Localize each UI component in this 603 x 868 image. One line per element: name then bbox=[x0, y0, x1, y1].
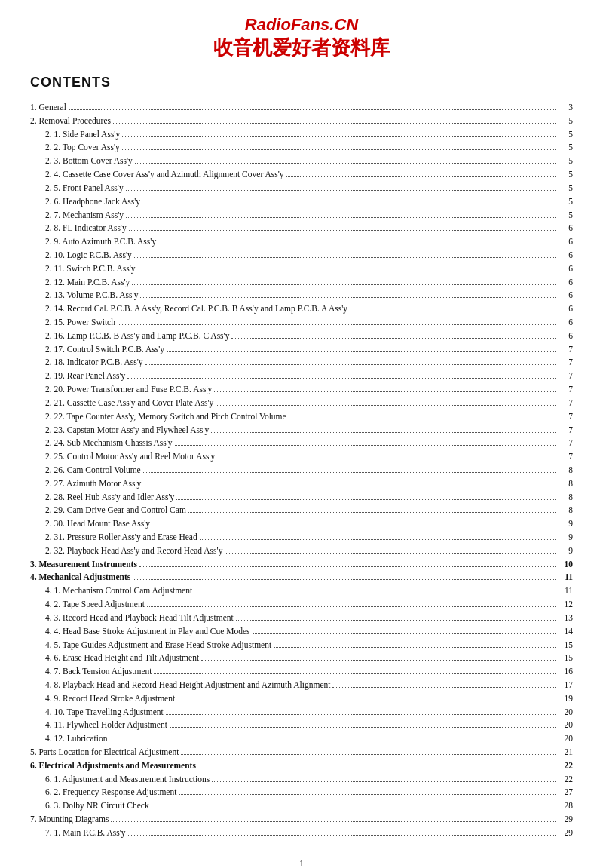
toc-page: 17 bbox=[558, 679, 573, 692]
toc-label: 4. 11. Flywheel Holder Adjustment bbox=[30, 719, 167, 732]
toc-row: 4. 11. Flywheel Holder Adjustment20 bbox=[30, 719, 573, 732]
toc-page: 28 bbox=[558, 799, 573, 813]
toc-dots bbox=[286, 176, 556, 177]
toc-page: 9 bbox=[558, 531, 573, 544]
page-header: RadioFans.CN 收音机爱好者资料库 bbox=[30, 15, 573, 61]
toc-row: 2. 24. Sub Mechanism Chassis Ass'y7 bbox=[30, 437, 573, 450]
toc-label: 2. 27. Azimuth Motor Ass'y bbox=[30, 477, 141, 491]
toc-dots bbox=[350, 311, 556, 311]
toc-page: 12 bbox=[558, 598, 573, 612]
toc-row: 4. 6. Erase Head Height and Tilt Adjustm… bbox=[30, 652, 573, 665]
toc-dots bbox=[139, 566, 556, 567]
toc-label: 2. 18. Indicator P.C.B. Ass'y bbox=[30, 356, 143, 370]
toc-label: 2. 7. Mechanism Ass'y bbox=[30, 209, 124, 222]
toc-label: 4. 7. Back Tension Adjustment bbox=[30, 665, 152, 679]
toc-label: 6. 3. Dolby NR Circuit Check bbox=[30, 799, 149, 813]
toc-row: 2. 4. Cassette Case Cover Ass'y and Azim… bbox=[30, 168, 573, 182]
toc-label: 6. 1. Adjustment and Measurement Instruc… bbox=[30, 773, 210, 787]
toc-row: 2. 29. Cam Drive Gear and Control Cam8 bbox=[30, 504, 573, 517]
toc-dots bbox=[216, 405, 556, 406]
toc-row: 2. 14. Record Cal. P.C.B. A Ass'y, Recor… bbox=[30, 302, 573, 316]
toc-dots bbox=[166, 714, 556, 715]
toc-label: 6. Electrical Adjustments and Measuremen… bbox=[30, 759, 196, 773]
toc-page: 6 bbox=[558, 276, 573, 290]
toc-page: 6 bbox=[558, 302, 573, 316]
toc-row: 4. 5. Tape Guides Adjustment and Erase H… bbox=[30, 639, 573, 652]
toc-row: 2. 18. Indicator P.C.B. Ass'y7 bbox=[30, 356, 573, 370]
toc-label: 2. 30. Head Mount Base Ass'y bbox=[30, 517, 150, 531]
toc-label: 2. 19. Rear Panel Ass'y bbox=[30, 370, 125, 383]
toc-page: 5 bbox=[558, 168, 573, 182]
toc-label: 2. 14. Record Cal. P.C.B. A Ass'y, Recor… bbox=[30, 302, 347, 316]
toc-dots bbox=[170, 727, 556, 728]
toc-row: 2. 19. Rear Panel Ass'y7 bbox=[30, 370, 573, 383]
toc-row: 6. 2. Frequency Response Adjustment27 bbox=[30, 786, 573, 799]
toc-row: 2. 28. Reel Hub Ass'y and Idler Ass'y8 bbox=[30, 491, 573, 505]
toc-dots bbox=[154, 673, 556, 674]
toc-page: 7 bbox=[558, 343, 573, 357]
toc-page: 9 bbox=[558, 544, 573, 558]
table-of-contents: 1. General32. Removal Procedures52. 1. S… bbox=[30, 101, 573, 840]
toc-page: 7 bbox=[558, 410, 573, 424]
toc-row: 2. 9. Auto Azimuth P.C.B. Ass'y6 bbox=[30, 235, 573, 249]
toc-page: 15 bbox=[558, 639, 573, 652]
toc-label: 2. 15. Power Switch bbox=[30, 316, 115, 330]
toc-dots bbox=[201, 660, 556, 661]
toc-page: 5 bbox=[558, 209, 573, 222]
toc-page: 19 bbox=[558, 692, 573, 706]
toc-row: 3. Measurement Instruments10 bbox=[30, 558, 573, 572]
toc-page: 21 bbox=[558, 746, 573, 759]
toc-page: 6 bbox=[558, 222, 573, 235]
toc-label: 2. 10. Logic P.C.B. Ass'y bbox=[30, 249, 132, 262]
toc-row: 2. 16. Lamp P.C.B. B Ass'y and Lamp P.C.… bbox=[30, 330, 573, 343]
toc-row: 4. 1. Mechanism Control Cam Adjustment11 bbox=[30, 584, 573, 598]
toc-dots bbox=[274, 647, 556, 648]
toc-page: 8 bbox=[558, 504, 573, 517]
toc-label: 4. 12. Lubrication bbox=[30, 732, 107, 746]
toc-dots bbox=[212, 781, 556, 782]
toc-row: 2. 23. Capstan Motor Ass'y and Flywheel … bbox=[30, 424, 573, 437]
toc-page: 5 bbox=[558, 141, 573, 155]
toc-dots bbox=[145, 364, 556, 365]
toc-dots bbox=[167, 351, 556, 352]
toc-row: 2. 3. Bottom Cover Ass'y5 bbox=[30, 155, 573, 168]
toc-dots bbox=[140, 297, 556, 298]
toc-page: 5 bbox=[558, 182, 573, 195]
toc-row: 2. Removal Procedures5 bbox=[30, 115, 573, 128]
toc-page: 20 bbox=[558, 719, 573, 732]
toc-page: 20 bbox=[558, 732, 573, 746]
toc-label: 2. 16. Lamp P.C.B. B Ass'y and Lamp P.C.… bbox=[30, 330, 229, 343]
toc-label: 2. 26. Cam Control Volume bbox=[30, 464, 141, 477]
toc-label: 2. 22. Tape Counter Ass'y, Memory Switch… bbox=[30, 410, 286, 424]
toc-label: 2. 25. Control Motor Ass'y and Reel Moto… bbox=[30, 450, 215, 464]
toc-row: 4. 7. Back Tension Adjustment16 bbox=[30, 665, 573, 679]
toc-row: 2. 21. Cassette Case Ass'y and Cover Pla… bbox=[30, 397, 573, 410]
toc-row: 2. 32. Playback Head Ass'y and Record He… bbox=[30, 544, 573, 558]
toc-dots bbox=[231, 338, 556, 339]
toc-page: 15 bbox=[558, 652, 573, 665]
toc-row: 7. Mounting Diagrams29 bbox=[30, 813, 573, 827]
toc-page: 10 bbox=[558, 558, 573, 572]
toc-page: 5 bbox=[558, 115, 573, 128]
toc-label: 2. 11. Switch P.C.B. Ass'y bbox=[30, 262, 136, 276]
toc-label: 2. 17. Control Switch P.C.B. Ass'y bbox=[30, 343, 164, 357]
toc-page: 6 bbox=[558, 249, 573, 262]
toc-dots bbox=[126, 217, 556, 218]
toc-label: 2. 4. Cassette Case Cover Ass'y and Azim… bbox=[30, 168, 284, 182]
toc-row: 6. 3. Dolby NR Circuit Check28 bbox=[30, 799, 573, 813]
toc-dots bbox=[133, 579, 556, 580]
toc-row: 2. 5. Front Panel Ass'y5 bbox=[30, 182, 573, 195]
toc-dots bbox=[134, 257, 556, 258]
toc-dots bbox=[214, 391, 556, 392]
toc-dots bbox=[122, 149, 556, 150]
toc-label: 2. 20. Power Transformer and Fuse P.C.B.… bbox=[30, 383, 212, 397]
toc-label: 2. 8. FL Indicator Ass'y bbox=[30, 222, 127, 235]
toc-dots bbox=[332, 687, 556, 688]
toc-row: 2. 7. Mechanism Ass'y5 bbox=[30, 209, 573, 222]
toc-dots bbox=[198, 768, 556, 768]
toc-row: 2. 13. Volume P.C.B. Ass'y6 bbox=[30, 289, 573, 302]
toc-label: 2. 21. Cassette Case Ass'y and Cover Pla… bbox=[30, 397, 213, 410]
toc-row: 4. 8. Playback Head and Record Head Heig… bbox=[30, 679, 573, 692]
toc-label: 4. Mechanical Adjustments bbox=[30, 571, 130, 584]
site-subtitle: 收音机爱好者资料库 bbox=[30, 35, 573, 61]
